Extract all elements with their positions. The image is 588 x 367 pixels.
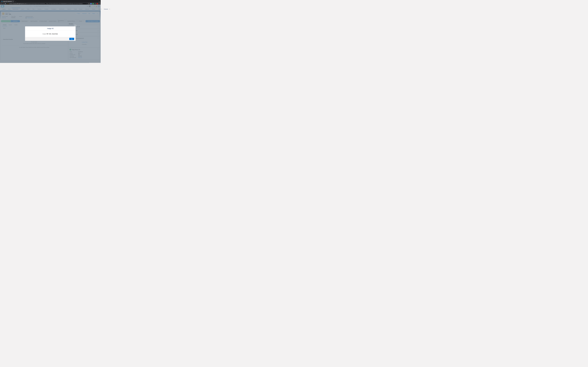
url-domain: velocity-computing-9919.lightning.force.… xyxy=(9,3,26,4)
reload-button[interactable]: ⟳ xyxy=(5,3,6,4)
browser-tab-strip: Assign AE | Salesforce × + ⋁ xyxy=(0,0,101,3)
salesforce-favicon xyxy=(1,1,2,2)
browser-tab[interactable]: Assign AE | Salesforce × xyxy=(0,0,14,3)
url-path: /lightning/action/quick/Opportunity.Grad… xyxy=(26,3,84,4)
browser-menu-icon[interactable]: ⋮ xyxy=(98,3,100,4)
star-icon[interactable]: ☆ xyxy=(86,3,87,4)
extension-icon-1[interactable]: Q xyxy=(90,3,92,4)
modal-body: Assigned TNT - $5k to Daniel Dialer. xyxy=(25,31,76,37)
address-bar[interactable]: 🔒 velocity-computing-9919.lightning.forc… xyxy=(7,3,88,4)
modal-backdrop[interactable]: × Assign AE Assigned TNT - $5k to Daniel… xyxy=(0,5,101,63)
nav-item-forecasts[interactable]: Forecasts xyxy=(103,8,109,11)
assign-ae-modal: × Assign AE Assigned TNT - $5k to Daniel… xyxy=(25,26,76,41)
browser-toolbar: ← → ⟳ 🔒 velocity-computing-9919.lightnin… xyxy=(0,3,101,5)
edit-nav-icon[interactable]: ✎ xyxy=(109,8,110,10)
modal-close-button[interactable]: × xyxy=(74,25,76,27)
tab-title: Assign AE | Salesforce xyxy=(3,1,12,2)
modal-title: Assign AE xyxy=(25,26,76,31)
new-tab-button[interactable]: + xyxy=(14,1,17,3)
chevron-down-icon: ▼ xyxy=(101,9,102,9)
modal-footer: Next xyxy=(25,37,76,41)
extensions-menu-icon[interactable]: ✦ xyxy=(94,3,96,4)
extension-icons: ⓘ Q ● ✦ ⋮ xyxy=(88,3,100,5)
modal-next-button[interactable]: Next xyxy=(69,38,74,40)
extension-icon-2[interactable]: ● xyxy=(92,3,94,4)
close-tab-icon[interactable]: × xyxy=(13,1,13,2)
info-icon[interactable]: ⓘ xyxy=(88,3,90,5)
back-button[interactable]: ← xyxy=(0,3,2,4)
lock-icon: 🔒 xyxy=(8,3,9,4)
profile-icon[interactable] xyxy=(97,3,98,4)
forward-button[interactable]: → xyxy=(3,3,4,4)
window-expand-icon[interactable]: ⋁ xyxy=(99,1,100,3)
